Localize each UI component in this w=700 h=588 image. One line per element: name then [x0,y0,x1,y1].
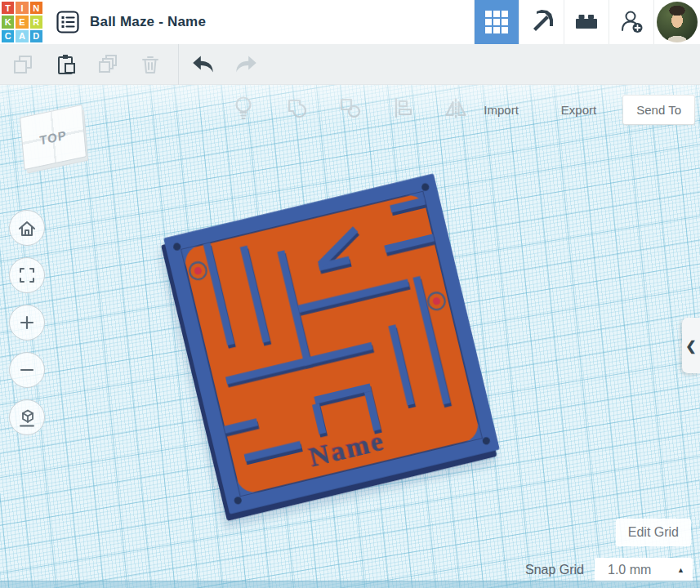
brick-export-button[interactable] [564,0,609,44]
ungroup-icon [335,93,364,122]
undo-icon [189,51,217,78]
edit-toolbar [0,44,700,85]
adjust-button[interactable] [228,93,259,124]
logo-tile: T [2,2,14,14]
align-button[interactable] [387,93,418,124]
home-view-button[interactable] [9,210,45,246]
workplane-horizon [0,581,700,588]
send-to-button[interactable]: Send To [622,95,695,125]
zoom-out-icon [14,357,40,383]
zoom-out-button[interactable] [9,352,45,388]
dashboard-button[interactable] [475,0,519,44]
duplicate-button[interactable] [91,48,124,81]
zoom-in-button[interactable] [9,305,45,341]
app-header: TINKERCAD Ball Maze - Name [0,0,700,45]
import-button[interactable]: Import [472,96,530,124]
duplicate-icon [95,51,121,78]
ungroup-button[interactable] [334,93,365,124]
design-properties-icon [55,9,81,35]
paste-button[interactable] [49,48,82,81]
design-properties-button[interactable] [54,8,82,36]
invite-person-icon [617,7,646,37]
perspective-button[interactable] [9,399,45,435]
logo-tile: I [16,2,28,14]
copy-button[interactable] [7,48,39,81]
home-icon [14,215,40,241]
snap-grid-value: 1.0 mm [608,563,651,577]
logo-tile: E [16,16,28,28]
view-cube-label: TOP [39,127,67,147]
delete-icon [137,51,163,78]
paste-icon [52,51,78,78]
group-button[interactable] [281,93,312,124]
align-icon [388,93,417,122]
copy-icon [10,51,36,78]
workplane-canvas: TOP [0,85,700,588]
logo-tile: A [16,30,28,42]
user-avatar[interactable] [657,2,698,42]
divider [178,44,179,85]
group-icon [282,93,311,122]
export-button[interactable]: Export [550,96,608,124]
view-controls [9,210,45,435]
fit-view-icon [14,262,40,288]
delete-button[interactable] [134,48,167,81]
header-actions [474,0,700,44]
divider [653,0,654,44]
snap-grid-label: Snap Grid [525,563,584,577]
mirror-button[interactable] [440,93,471,124]
chevron-left-icon: ❮ [685,338,696,354]
mirror-icon [441,93,470,122]
caret-up-icon: ▲ [677,566,684,574]
edit-grid-button[interactable]: Edit Grid [616,519,691,546]
zoom-in-icon [14,310,40,336]
dashboard-grid-icon [485,11,508,33]
fit-view-button[interactable] [9,257,45,293]
redo-icon [232,51,260,78]
logo-tile: D [30,30,42,42]
snap-grid-select[interactable]: 1.0 mm ▲ [595,558,693,582]
lego-brick-icon [573,8,600,36]
snap-grid-row: Snap Grid 1.0 mm ▲ [525,558,693,582]
logo-tile: K [2,16,14,28]
logo-tile: N [30,2,42,14]
perspective-icon [14,404,40,430]
minecraft-export-button[interactable] [519,0,564,44]
design-title: Ball Maze - Name [90,14,206,30]
logo-tile: C [2,30,14,42]
disabled-tools [228,93,471,124]
tinkercad-app: TINKERCAD Ball Maze - Name [0,0,700,588]
lightbulb-icon [229,93,258,122]
tinkercad-logo[interactable]: TINKERCAD [0,0,44,44]
invite-button[interactable] [609,0,653,44]
minecraft-pickaxe-icon [528,8,555,36]
file-actions: Import Export Send To [472,95,695,125]
shapes-panel-toggle[interactable]: ❮ [682,318,700,373]
logo-tile: R [30,16,42,28]
undo-button[interactable] [187,48,220,81]
redo-button[interactable] [230,48,262,81]
